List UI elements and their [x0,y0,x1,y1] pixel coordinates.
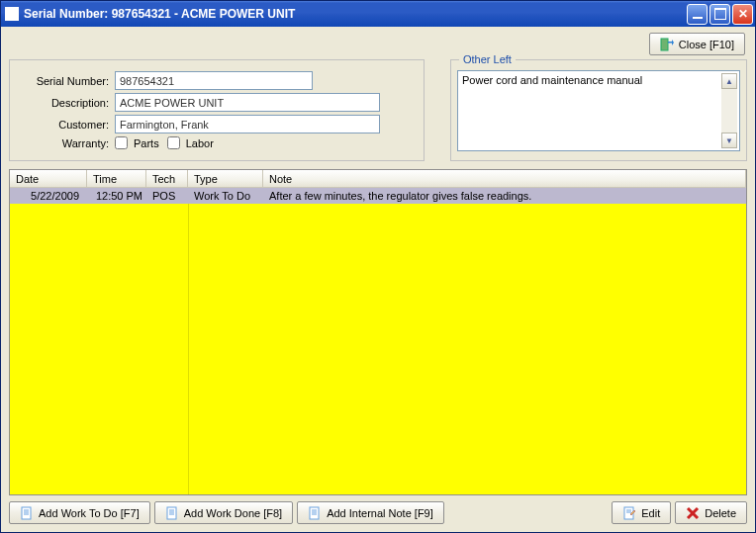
edit-button-label: Edit [641,507,660,519]
col-type[interactable]: Type [188,170,263,187]
upper-panel: Serial Number: Description: Customer: Wa… [9,59,747,161]
top-button-bar: Close [F10] [9,33,747,55]
add-internal-note-label: Add Internal Note [F9] [327,507,433,519]
add-work-done-button[interactable]: Add Work Done [F8] [154,501,293,524]
app-icon [5,7,19,21]
door-exit-icon [660,38,674,51]
grid-header: Date Time Tech Type Note [10,170,746,188]
maximize-button[interactable] [709,4,730,25]
other-left-title: Other Left [459,53,516,65]
col-date[interactable]: Date [10,170,87,187]
description-label: Description: [18,97,109,109]
col-time[interactable]: Time [87,170,146,187]
other-left-text: Power cord and maintenance manual [460,73,721,148]
page-edit-icon [622,506,636,520]
serial-number-label: Serial Number: [18,75,109,87]
details-form: Serial Number: Description: Customer: Wa… [9,59,425,161]
scrollbar[interactable]: ▲ ▼ [721,73,737,148]
svg-marker-2 [672,40,674,45]
delete-x-icon [686,506,700,520]
customer-label: Customer: [18,119,109,131]
window-close-button[interactable] [732,4,753,25]
warranty-labor-checkbox[interactable] [167,136,180,149]
bottom-button-bar: Add Work To Do [F7] Add Work Done [F8] A… [9,501,747,524]
add-work-to-do-button[interactable]: Add Work To Do [F7] [9,501,150,524]
svg-rect-11 [310,507,319,519]
col-note[interactable]: Note [263,170,746,187]
minimize-button[interactable] [687,4,708,25]
add-work-to-do-label: Add Work To Do [F7] [39,507,140,519]
warranty-parts-label: Parts [134,137,159,149]
delete-button-label: Delete [705,507,736,519]
svg-rect-1 [668,42,672,44]
cell-date: 5/22/2009 [10,190,87,202]
cell-note: After a few minutes, the regulator gives… [263,190,746,202]
page-plus-icon [165,506,179,520]
other-left-textarea[interactable]: Power cord and maintenance manual ▲ ▼ [457,70,740,151]
close-button-label: Close [F10] [679,39,734,50]
scroll-up-icon[interactable]: ▲ [721,73,737,89]
client-area: Close [F10] Serial Number: Description: … [1,27,755,532]
cell-tech: POS [146,190,188,202]
description-input[interactable] [115,93,380,112]
edit-button[interactable]: Edit [612,501,671,524]
delete-button[interactable]: Delete [675,501,747,524]
page-plus-icon [20,506,34,520]
cell-type: Work To Do [188,190,263,202]
warranty-labor-label: Labor [186,137,214,149]
add-internal-note-button[interactable]: Add Internal Note [F9] [297,501,444,524]
warranty-parts-checkbox[interactable] [115,136,128,149]
svg-rect-0 [661,39,668,50]
table-row[interactable]: 5/22/2009 12:50 PM POS Work To Do After … [10,188,746,204]
other-left-group: Other Left Power cord and maintenance ma… [450,59,747,161]
svg-rect-3 [22,507,31,519]
serial-number-input[interactable] [115,71,313,90]
window-title: Serial Number: 987654321 - ACME POWER UN… [24,7,685,21]
scroll-down-icon[interactable]: ▼ [721,133,737,148]
page-plus-icon [308,506,322,520]
add-work-done-label: Add Work Done [F8] [184,507,282,519]
work-grid: Date Time Tech Type Note 5/22/2009 12:50… [9,169,747,495]
titlebar: Serial Number: 987654321 - ACME POWER UN… [1,1,755,27]
grid-column-divider [188,204,189,494]
warranty-label: Warranty: [18,137,109,149]
customer-input[interactable] [115,115,380,133]
grid-empty-area [10,204,746,494]
col-tech[interactable]: Tech [146,170,188,187]
cell-time: 12:50 PM [87,190,146,202]
window: Serial Number: 987654321 - ACME POWER UN… [0,0,756,533]
close-button[interactable]: Close [F10] [649,33,745,55]
svg-rect-7 [167,507,176,519]
grid-body[interactable]: 5/22/2009 12:50 PM POS Work To Do After … [10,188,746,494]
